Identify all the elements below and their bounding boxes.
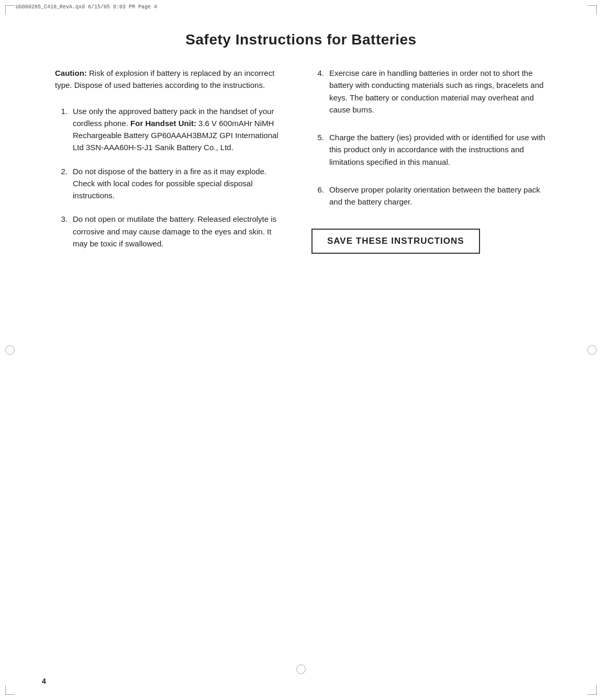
left-instructions-list: 1. Use only the approved battery pack in… (55, 105, 285, 250)
list-item: 5. Charge the battery (ies) provided wit… (311, 131, 547, 168)
list-item: 2. Do not dispose of the battery in a fi… (55, 165, 285, 202)
right-column: 4. Exercise care in handling batteries i… (311, 67, 547, 254)
page-title: Safety Instructions for Batteries (55, 31, 547, 48)
crop-mark-tr (587, 5, 597, 15)
list-content-5: Charge the battery (ies) provided with o… (329, 131, 547, 168)
crop-mark-bl (5, 685, 15, 695)
list-item: 6. Observe proper polarity orientation b… (311, 184, 547, 208)
left-column: Caution: Risk of explosion if battery is… (55, 67, 285, 261)
save-instructions-box: SAVE THESE INSTRUCTIONS (311, 229, 480, 254)
list-content-4: Exercise care in handling batteries in o… (329, 67, 547, 116)
page: UG060205_C410_RevA.qxd 6/15/05 8:03 PM P… (0, 0, 602, 700)
page-number: 4 (42, 677, 46, 685)
caution-text: Risk of explosion if battery is replaced… (55, 69, 274, 89)
save-instructions-text: SAVE THESE INSTRUCTIONS (327, 236, 464, 246)
list-number-3: 3. (55, 213, 68, 250)
list-number-1: 1. (55, 105, 68, 154)
caution-label: Caution: (55, 69, 87, 77)
crop-mark-tl (5, 5, 15, 15)
list-number-4: 4. (311, 67, 324, 116)
right-instructions-list: 4. Exercise care in handling batteries i… (311, 67, 547, 208)
file-info: UG060205_C410_RevA.qxd 6/15/05 8:03 PM P… (16, 4, 157, 10)
list-content-6: Observe proper polarity orientation betw… (329, 184, 547, 208)
reg-mark-bottom (296, 664, 306, 674)
reg-mark-right (587, 345, 597, 355)
crop-mark-br (587, 685, 597, 695)
list-number-2: 2. (55, 165, 68, 202)
list-item: 4. Exercise care in handling batteries i… (311, 67, 547, 116)
caution-paragraph: Caution: Risk of explosion if battery is… (55, 67, 285, 92)
list-bold-1: For Handset Unit: (130, 119, 196, 128)
reg-mark-left (5, 345, 15, 355)
list-number-5: 5. (311, 131, 324, 168)
list-item: 3. Do not open or mutilate the battery. … (55, 213, 285, 250)
list-item: 1. Use only the approved battery pack in… (55, 105, 285, 154)
list-content-2: Do not dispose of the battery in a fire … (73, 165, 285, 202)
list-number-6: 6. (311, 184, 324, 208)
list-content-1: Use only the approved battery pack in th… (73, 105, 285, 154)
content-area: Safety Instructions for Batteries Cautio… (13, 0, 589, 303)
list-content-3: Do not open or mutilate the battery. Rel… (73, 213, 285, 250)
two-column-layout: Caution: Risk of explosion if battery is… (55, 67, 547, 261)
